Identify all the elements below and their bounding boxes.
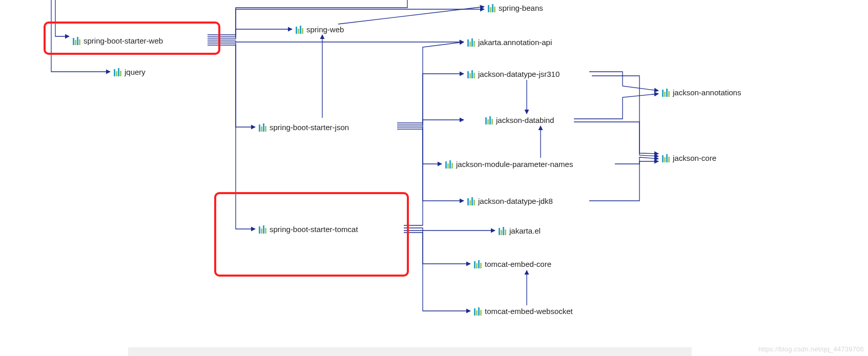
node-spring-boot-starter-web[interactable]: spring-boot-starter-web [72, 36, 164, 46]
horizontal-scrollbar[interactable] [128, 347, 692, 356]
library-icon [445, 160, 453, 169]
library-icon [474, 260, 482, 268]
node-tomcat-embed-core[interactable]: tomcat-embed-core [473, 259, 552, 269]
node-label: spring-boot-starter-web [84, 36, 163, 45]
node-jackson-core[interactable]: jackson-core [661, 153, 717, 163]
node-jackson-annotations[interactable]: jackson-annotations [661, 88, 742, 97]
node-jackson-datatype-jdk8[interactable]: jackson-datatype-jdk8 [466, 196, 554, 206]
node-spring-boot-starter-json[interactable]: spring-boot-starter-json [258, 122, 350, 132]
node-label: jakarta.el [509, 226, 541, 235]
node-label: jackson-module-parameter-names [456, 160, 573, 169]
node-tomcat-embed-websocket[interactable]: tomcat-embed-websocket [473, 306, 574, 316]
library-icon [114, 68, 121, 76]
dependency-graph: { "nodes": { "starterWeb": "spring-boot-… [0, 0, 868, 356]
library-icon [662, 154, 670, 162]
library-icon [662, 89, 670, 97]
node-label: spring-boot-starter-json [270, 123, 349, 132]
node-spring-boot-starter-tomcat[interactable]: spring-boot-starter-tomcat [258, 224, 359, 234]
node-label: jquery [125, 68, 146, 76]
node-label: jackson-databind [496, 116, 554, 124]
node-label: spring-boot-starter-tomcat [270, 225, 358, 234]
library-icon [485, 116, 493, 124]
node-jackson-module-parameter-names[interactable]: jackson-module-parameter-names [444, 159, 574, 169]
library-icon [474, 307, 482, 316]
library-icon [73, 37, 80, 45]
connector-layer [0, 0, 868, 356]
node-label: jackson-datatype-jsr310 [478, 70, 560, 78]
node-jakarta-el[interactable]: jakarta.el [498, 226, 542, 236]
node-jackson-datatype-jsr310[interactable]: jackson-datatype-jsr310 [466, 69, 561, 79]
node-label: tomcat-embed-websocket [485, 307, 573, 316]
library-icon [467, 38, 475, 47]
node-label: spring-web [306, 25, 344, 34]
library-icon [259, 225, 266, 234]
node-jakarta-annotation-api[interactable]: jakarta.annotation-api [466, 37, 553, 47]
library-icon [488, 4, 495, 12]
library-icon [467, 70, 475, 78]
library-icon [296, 26, 303, 34]
node-label: spring-beans [499, 4, 543, 12]
node-jquery[interactable]: jquery [113, 67, 147, 77]
library-icon [467, 197, 475, 205]
node-label: jackson-core [673, 154, 716, 162]
library-icon [499, 227, 506, 235]
node-label: jackson-datatype-jdk8 [478, 197, 553, 205]
library-icon [259, 123, 266, 132]
node-spring-beans[interactable]: spring-beans [487, 3, 544, 13]
node-label: tomcat-embed-core [485, 260, 551, 268]
watermark: https://blog.csdn.net/qq_44739706 [758, 345, 864, 353]
node-jackson-databind[interactable]: jackson-databind [484, 115, 555, 125]
node-label: jackson-annotations [673, 88, 741, 97]
node-label: jakarta.annotation-api [478, 38, 552, 47]
node-spring-web[interactable]: spring-web [295, 25, 345, 34]
